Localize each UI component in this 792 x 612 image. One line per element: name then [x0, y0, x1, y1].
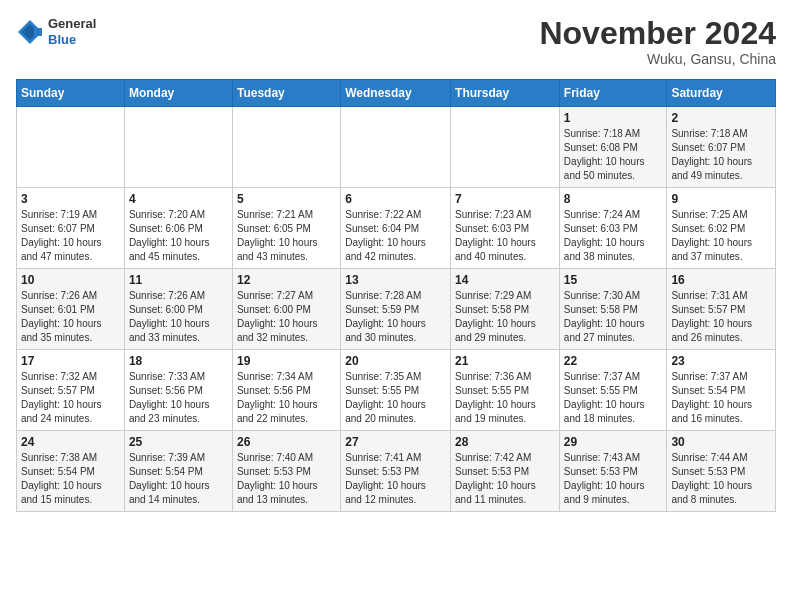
day-number: 18: [129, 354, 228, 368]
day-number: 20: [345, 354, 446, 368]
day-number: 27: [345, 435, 446, 449]
day-info: Sunrise: 7:39 AM Sunset: 5:54 PM Dayligh…: [129, 451, 228, 507]
day-info: Sunrise: 7:18 AM Sunset: 6:07 PM Dayligh…: [671, 127, 771, 183]
day-of-week-saturday: Saturday: [667, 80, 776, 107]
calendar-cell: 12Sunrise: 7:27 AM Sunset: 6:00 PM Dayli…: [232, 269, 340, 350]
day-info: Sunrise: 7:19 AM Sunset: 6:07 PM Dayligh…: [21, 208, 120, 264]
day-info: Sunrise: 7:20 AM Sunset: 6:06 PM Dayligh…: [129, 208, 228, 264]
calendar-body: 1Sunrise: 7:18 AM Sunset: 6:08 PM Daylig…: [17, 107, 776, 512]
day-number: 19: [237, 354, 336, 368]
calendar-cell: [17, 107, 125, 188]
day-number: 6: [345, 192, 446, 206]
day-number: 8: [564, 192, 663, 206]
day-info: Sunrise: 7:33 AM Sunset: 5:56 PM Dayligh…: [129, 370, 228, 426]
calendar-cell: 21Sunrise: 7:36 AM Sunset: 5:55 PM Dayli…: [451, 350, 560, 431]
title-block: November 2024 Wuku, Gansu, China: [539, 16, 776, 67]
calendar-cell: 7Sunrise: 7:23 AM Sunset: 6:03 PM Daylig…: [451, 188, 560, 269]
week-row-5: 24Sunrise: 7:38 AM Sunset: 5:54 PM Dayli…: [17, 431, 776, 512]
logo-text: General Blue: [48, 16, 96, 47]
day-info: Sunrise: 7:18 AM Sunset: 6:08 PM Dayligh…: [564, 127, 663, 183]
day-number: 2: [671, 111, 771, 125]
day-number: 25: [129, 435, 228, 449]
calendar-cell: 29Sunrise: 7:43 AM Sunset: 5:53 PM Dayli…: [559, 431, 667, 512]
calendar-cell: 27Sunrise: 7:41 AM Sunset: 5:53 PM Dayli…: [341, 431, 451, 512]
day-number: 10: [21, 273, 120, 287]
day-info: Sunrise: 7:43 AM Sunset: 5:53 PM Dayligh…: [564, 451, 663, 507]
day-number: 13: [345, 273, 446, 287]
calendar-cell: 2Sunrise: 7:18 AM Sunset: 6:07 PM Daylig…: [667, 107, 776, 188]
week-row-1: 1Sunrise: 7:18 AM Sunset: 6:08 PM Daylig…: [17, 107, 776, 188]
week-row-2: 3Sunrise: 7:19 AM Sunset: 6:07 PM Daylig…: [17, 188, 776, 269]
calendar-cell: 30Sunrise: 7:44 AM Sunset: 5:53 PM Dayli…: [667, 431, 776, 512]
calendar-header: SundayMondayTuesdayWednesdayThursdayFrid…: [17, 80, 776, 107]
day-number: 3: [21, 192, 120, 206]
calendar-cell: 20Sunrise: 7:35 AM Sunset: 5:55 PM Dayli…: [341, 350, 451, 431]
day-info: Sunrise: 7:26 AM Sunset: 6:00 PM Dayligh…: [129, 289, 228, 345]
calendar-cell: 28Sunrise: 7:42 AM Sunset: 5:53 PM Dayli…: [451, 431, 560, 512]
day-info: Sunrise: 7:21 AM Sunset: 6:05 PM Dayligh…: [237, 208, 336, 264]
day-info: Sunrise: 7:37 AM Sunset: 5:55 PM Dayligh…: [564, 370, 663, 426]
calendar-cell: 25Sunrise: 7:39 AM Sunset: 5:54 PM Dayli…: [124, 431, 232, 512]
day-info: Sunrise: 7:23 AM Sunset: 6:03 PM Dayligh…: [455, 208, 555, 264]
day-of-week-wednesday: Wednesday: [341, 80, 451, 107]
day-number: 5: [237, 192, 336, 206]
day-info: Sunrise: 7:42 AM Sunset: 5:53 PM Dayligh…: [455, 451, 555, 507]
day-info: Sunrise: 7:27 AM Sunset: 6:00 PM Dayligh…: [237, 289, 336, 345]
svg-marker-2: [34, 28, 42, 36]
day-number: 12: [237, 273, 336, 287]
day-info: Sunrise: 7:32 AM Sunset: 5:57 PM Dayligh…: [21, 370, 120, 426]
day-number: 23: [671, 354, 771, 368]
day-of-week-tuesday: Tuesday: [232, 80, 340, 107]
logo-general: General: [48, 16, 96, 32]
calendar-cell: 17Sunrise: 7:32 AM Sunset: 5:57 PM Dayli…: [17, 350, 125, 431]
calendar-cell: [451, 107, 560, 188]
day-number: 22: [564, 354, 663, 368]
calendar-cell: 6Sunrise: 7:22 AM Sunset: 6:04 PM Daylig…: [341, 188, 451, 269]
day-of-week-sunday: Sunday: [17, 80, 125, 107]
day-info: Sunrise: 7:44 AM Sunset: 5:53 PM Dayligh…: [671, 451, 771, 507]
calendar-cell: [124, 107, 232, 188]
day-number: 29: [564, 435, 663, 449]
calendar-cell: 18Sunrise: 7:33 AM Sunset: 5:56 PM Dayli…: [124, 350, 232, 431]
day-info: Sunrise: 7:22 AM Sunset: 6:04 PM Dayligh…: [345, 208, 446, 264]
calendar-table: SundayMondayTuesdayWednesdayThursdayFrid…: [16, 79, 776, 512]
day-info: Sunrise: 7:40 AM Sunset: 5:53 PM Dayligh…: [237, 451, 336, 507]
day-info: Sunrise: 7:34 AM Sunset: 5:56 PM Dayligh…: [237, 370, 336, 426]
day-number: 21: [455, 354, 555, 368]
logo-icon: [16, 18, 44, 46]
day-of-week-thursday: Thursday: [451, 80, 560, 107]
calendar-cell: 16Sunrise: 7:31 AM Sunset: 5:57 PM Dayli…: [667, 269, 776, 350]
day-number: 30: [671, 435, 771, 449]
day-of-week-friday: Friday: [559, 80, 667, 107]
day-info: Sunrise: 7:38 AM Sunset: 5:54 PM Dayligh…: [21, 451, 120, 507]
location: Wuku, Gansu, China: [539, 51, 776, 67]
calendar-cell: 14Sunrise: 7:29 AM Sunset: 5:58 PM Dayli…: [451, 269, 560, 350]
day-number: 28: [455, 435, 555, 449]
day-info: Sunrise: 7:29 AM Sunset: 5:58 PM Dayligh…: [455, 289, 555, 345]
calendar-cell: 8Sunrise: 7:24 AM Sunset: 6:03 PM Daylig…: [559, 188, 667, 269]
calendar-cell: [341, 107, 451, 188]
day-info: Sunrise: 7:35 AM Sunset: 5:55 PM Dayligh…: [345, 370, 446, 426]
week-row-3: 10Sunrise: 7:26 AM Sunset: 6:01 PM Dayli…: [17, 269, 776, 350]
day-number: 14: [455, 273, 555, 287]
day-number: 26: [237, 435, 336, 449]
day-info: Sunrise: 7:28 AM Sunset: 5:59 PM Dayligh…: [345, 289, 446, 345]
day-number: 4: [129, 192, 228, 206]
day-info: Sunrise: 7:31 AM Sunset: 5:57 PM Dayligh…: [671, 289, 771, 345]
logo-blue: Blue: [48, 32, 96, 48]
day-number: 16: [671, 273, 771, 287]
day-number: 9: [671, 192, 771, 206]
day-number: 24: [21, 435, 120, 449]
calendar-cell: 22Sunrise: 7:37 AM Sunset: 5:55 PM Dayli…: [559, 350, 667, 431]
week-row-4: 17Sunrise: 7:32 AM Sunset: 5:57 PM Dayli…: [17, 350, 776, 431]
calendar-cell: 1Sunrise: 7:18 AM Sunset: 6:08 PM Daylig…: [559, 107, 667, 188]
calendar-cell: 9Sunrise: 7:25 AM Sunset: 6:02 PM Daylig…: [667, 188, 776, 269]
day-info: Sunrise: 7:37 AM Sunset: 5:54 PM Dayligh…: [671, 370, 771, 426]
calendar-cell: 24Sunrise: 7:38 AM Sunset: 5:54 PM Dayli…: [17, 431, 125, 512]
day-number: 1: [564, 111, 663, 125]
day-number: 15: [564, 273, 663, 287]
logo: General Blue: [16, 16, 96, 47]
calendar-cell: 3Sunrise: 7:19 AM Sunset: 6:07 PM Daylig…: [17, 188, 125, 269]
day-number: 7: [455, 192, 555, 206]
calendar-cell: 5Sunrise: 7:21 AM Sunset: 6:05 PM Daylig…: [232, 188, 340, 269]
